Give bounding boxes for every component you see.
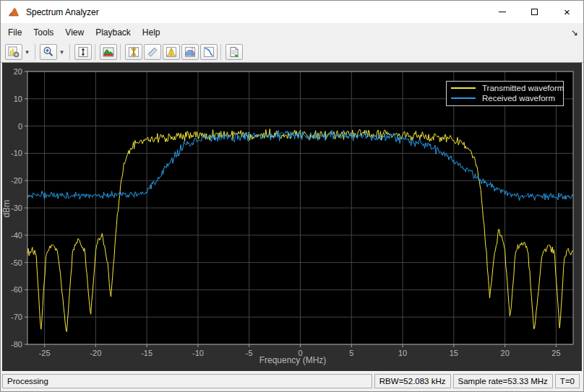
spectrum-view-icon <box>103 46 114 58</box>
close-button[interactable]: × <box>551 1 583 23</box>
y-tick-label: -60 <box>11 285 22 294</box>
peak-finder-icon <box>166 46 177 58</box>
channel-measurements-button[interactable] <box>181 44 199 60</box>
y-tick-label: -80 <box>11 340 22 349</box>
dock-icon[interactable]: ↘ <box>566 27 583 38</box>
toolbar-separator <box>220 44 221 60</box>
status-bar: Processing RBW=52.083 kHz Sample rate=53… <box>2 371 582 390</box>
playback-script-button[interactable] <box>226 44 243 60</box>
toolbar-separator <box>35 44 35 60</box>
ccdf-icon <box>203 46 215 58</box>
distortion-measurements-button[interactable] <box>144 44 161 60</box>
channel-measurements-icon <box>184 46 196 58</box>
title-bar: Spectrum Analyzer × <box>1 1 583 23</box>
y-tick-label: 10 <box>14 95 22 103</box>
script-icon <box>228 46 240 58</box>
zoom-button[interactable] <box>40 44 57 60</box>
y-tick-label: -30 <box>11 204 22 212</box>
maximize-button[interactable] <box>518 1 551 23</box>
legend-entry-received: Received waveform <box>451 93 560 103</box>
spectrum-settings-button[interactable] <box>5 44 22 60</box>
status-sample-rate: Sample rate=53.33 MHz <box>453 374 553 388</box>
status-message: Processing <box>2 374 372 388</box>
menu-help[interactable]: Help <box>137 25 166 40</box>
menu-tools[interactable]: Tools <box>27 25 59 40</box>
minimize-icon <box>499 12 506 12</box>
y-tick-label: 0 <box>18 122 22 131</box>
cursor-measurements-button[interactable] <box>125 44 142 60</box>
plot-area[interactable]: -25-20-15-10-5051015202520100-10-20-30-4… <box>2 63 582 371</box>
matlab-app-icon <box>7 6 20 19</box>
y-tick-label: 20 <box>14 67 22 76</box>
legend-label-transmitted: Transmitted waveform <box>482 84 564 92</box>
spectrum-analyzer-window: Spectrum Analyzer × File Tools View Play… <box>0 0 584 392</box>
spectrum-settings-icon <box>8 46 20 58</box>
toolbar-separator <box>69 44 70 60</box>
menu-file[interactable]: File <box>2 25 27 40</box>
toolbar-separator <box>95 44 95 60</box>
spectrum-settings-dropdown[interactable]: ▾ <box>22 44 32 60</box>
ccdf-measurements-button[interactable] <box>200 44 218 60</box>
toolbar: ▾ ▾ <box>1 41 583 63</box>
figure-area: -25-20-15-10-5051015202520100-10-20-30-4… <box>2 63 582 371</box>
menu-view[interactable]: View <box>59 25 90 40</box>
x-axis-label: Frequency (MHz) <box>2 355 582 365</box>
legend[interactable]: Transmitted waveform Received waveform <box>446 81 564 106</box>
legend-line-received <box>451 97 476 99</box>
y-tick-label: -40 <box>11 231 22 240</box>
y-tick-label: -50 <box>11 258 22 267</box>
zoom-in-icon <box>43 46 54 58</box>
minimize-button[interactable] <box>486 1 518 23</box>
y-tick-label: -20 <box>11 176 22 185</box>
y-tick-label: -70 <box>11 313 22 321</box>
window-title: Spectrum Analyzer <box>26 7 99 17</box>
status-rbw: RBW=52.083 kHz <box>374 374 451 388</box>
legend-line-transmitted <box>451 87 476 89</box>
y-tick-label: -10 <box>11 149 22 157</box>
autoscale-y-button[interactable] <box>74 44 92 60</box>
zoom-dropdown[interactable]: ▾ <box>57 44 66 60</box>
ruler-icon <box>147 46 158 58</box>
autoscale-icon <box>77 46 89 58</box>
cursor-measurements-icon <box>128 46 139 58</box>
maximize-icon <box>531 9 538 15</box>
menu-bar: File Tools View Playback Help ↘ <box>1 23 583 41</box>
status-time: T=0 <box>555 374 580 388</box>
menu-playback[interactable]: Playback <box>90 25 137 40</box>
close-icon: × <box>564 6 570 17</box>
legend-label-received: Received waveform <box>482 94 555 103</box>
y-axis-label: dBm <box>2 194 12 223</box>
toolbar-separator <box>120 44 121 60</box>
legend-entry-transmitted: Transmitted waveform <box>451 83 560 93</box>
spectrum-view-button[interactable] <box>100 44 117 60</box>
peak-finder-button[interactable] <box>163 44 180 60</box>
